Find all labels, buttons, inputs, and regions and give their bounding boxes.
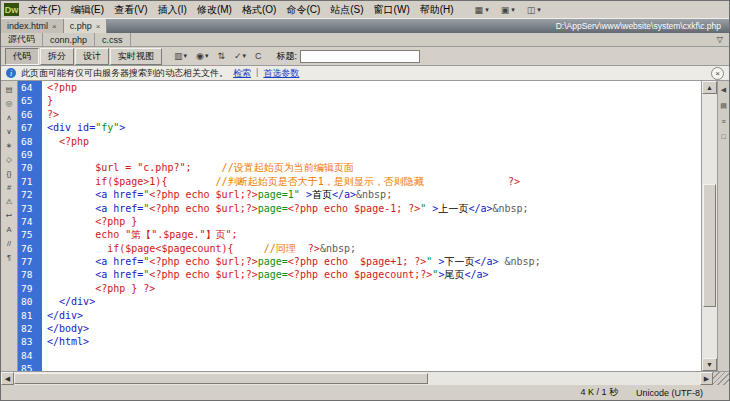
code-line[interactable]: 77 <a href="<?php echo $url;?>page=<?php… xyxy=(18,255,701,268)
vertical-scroll-thumb[interactable] xyxy=(703,184,716,307)
format-source-code-icon[interactable]: ¶ xyxy=(3,252,15,263)
code-text[interactable] xyxy=(42,362,47,371)
expand-panels-icon[interactable]: ◀ xyxy=(721,86,726,94)
code-line[interactable]: 71 if($page>1){ //判断起始页是否大于1，是则显示，否则隐藏 ?… xyxy=(18,175,701,188)
collapse-full-tag-icon[interactable]: ∧ xyxy=(3,112,15,123)
code-line[interactable]: 69 xyxy=(18,148,701,161)
code-line[interactable]: 73 <a href="<?php echo $url;?>page=<?php… xyxy=(18,202,701,215)
menu-item[interactable]: 帮助(H) xyxy=(415,2,459,18)
scroll-up-icon[interactable]: ▲ xyxy=(702,81,717,94)
code-line[interactable]: 76 if($page<$pagecount){ //同理 ?>&nbsp; xyxy=(18,242,701,255)
highlight-invalid-code-icon[interactable]: ⚠ xyxy=(3,196,15,207)
resize-grip[interactable] xyxy=(713,372,729,385)
code-line[interactable]: 78 <a href="<?php echo $url;?>page=<?php… xyxy=(18,268,701,281)
layout-grid-icon-button[interactable]: ▦▾ xyxy=(475,5,489,15)
related-file-tab[interactable]: c.css xyxy=(95,33,131,46)
code-line[interactable]: 81</div> xyxy=(18,309,701,322)
related-file-tab[interactable]: conn.php xyxy=(43,33,95,46)
close-icon[interactable]: × xyxy=(711,67,724,80)
file-management-icon-button[interactable]: ⇅ xyxy=(215,50,227,62)
code-text[interactable]: <div id="fy"> xyxy=(42,121,125,134)
code-editor[interactable]: 64<?php65}66?>67<div id="fy">68 <?php697… xyxy=(18,81,701,371)
menu-item[interactable]: 修改(M) xyxy=(192,2,237,18)
collapsed-panel-icon-2[interactable]: ≡ xyxy=(721,118,725,125)
vertical-scroll-track[interactable] xyxy=(702,94,717,358)
code-text[interactable]: <?php } xyxy=(42,215,137,228)
code-text[interactable]: <?php xyxy=(42,135,89,148)
preview-in-browser-icon-button[interactable]: ◉▾ xyxy=(194,50,210,62)
apply-comment-icon[interactable]: // xyxy=(3,238,15,249)
scroll-left-icon[interactable]: ◀ xyxy=(1,372,14,385)
menu-item[interactable]: 窗口(W) xyxy=(369,2,415,18)
code-line[interactable]: 74 <?php } xyxy=(18,215,701,228)
menu-item[interactable]: 文件(F) xyxy=(23,2,66,18)
view-mode-button[interactable]: 代码 xyxy=(5,48,39,65)
code-text[interactable]: } xyxy=(42,94,53,107)
code-line[interactable]: 83</html> xyxy=(18,335,701,348)
code-text[interactable]: </div> xyxy=(42,295,95,308)
code-text[interactable]: <a href="<?php echo $url;?>page=<?php ec… xyxy=(42,268,489,281)
multiscreen-preview-icon-button[interactable]: ▥▾ xyxy=(172,50,189,62)
code-line[interactable]: 70 $url = "c.php?"; //设置起始页为当前编辑页面 xyxy=(18,161,701,174)
code-text[interactable]: <a href="<?php echo $url;?>page=<?php ec… xyxy=(42,255,541,268)
filter-icon[interactable]: ▽ xyxy=(711,33,729,46)
scroll-right-icon[interactable]: ▶ xyxy=(700,372,713,385)
menu-item[interactable]: 插入(I) xyxy=(152,2,191,18)
document-tab[interactable]: c.php× xyxy=(64,19,108,33)
horizontal-scroll-track[interactable] xyxy=(14,372,700,385)
code-line[interactable]: 80 </div> xyxy=(18,295,701,308)
code-text[interactable]: <a href="<?php echo $url;?>page=<?php ec… xyxy=(42,202,529,215)
info-link[interactable]: 检索 xyxy=(233,67,251,80)
title-input[interactable] xyxy=(300,50,420,63)
code-text[interactable] xyxy=(42,349,47,362)
tab-close-icon[interactable]: × xyxy=(52,22,57,31)
vertical-scrollbar[interactable]: ▲ ▼ xyxy=(701,81,717,371)
menu-item[interactable]: 编辑(E) xyxy=(66,2,109,18)
menu-item[interactable]: 站点(S) xyxy=(325,2,368,18)
select-parent-tag-icon[interactable]: ◇ xyxy=(3,154,15,165)
code-text[interactable]: <?php } ?> xyxy=(42,282,155,295)
code-text[interactable]: if($page>1){ //判断起始页是否大于1，是则显示，否则隐藏 ?> xyxy=(42,175,520,188)
source-code-button[interactable]: 源代码 xyxy=(1,33,43,46)
code-text[interactable]: $url = "c.php?"; //设置起始页为当前编辑页面 xyxy=(42,161,354,174)
menu-item[interactable]: 命令(C) xyxy=(281,2,325,18)
code-line[interactable]: 66?> xyxy=(18,108,701,121)
code-line[interactable]: 67<div id="fy"> xyxy=(18,121,701,134)
word-wrap-icon[interactable]: ↩ xyxy=(3,210,15,221)
line-numbers-icon[interactable]: # xyxy=(3,182,15,193)
code-text[interactable]: ?> xyxy=(42,108,59,121)
view-mode-button[interactable]: 实时视图 xyxy=(110,48,162,65)
document-tab[interactable]: index.html× xyxy=(1,19,64,33)
code-text[interactable]: <a href="<?php echo $url;?>page=1" >首页</… xyxy=(42,188,392,201)
syntax-coloring-icon[interactable]: A xyxy=(3,224,15,235)
code-line[interactable]: 64<?php xyxy=(18,81,701,94)
tab-close-icon[interactable]: × xyxy=(96,22,101,31)
extend-icon-button[interactable]: ▣▾ xyxy=(501,5,515,15)
show-code-navigator-icon[interactable]: ◎ xyxy=(3,98,15,109)
code-line[interactable]: 72 <a href="<?php echo $url;?>page=1" >首… xyxy=(18,188,701,201)
code-line[interactable]: 85 xyxy=(18,362,701,371)
code-line[interactable]: 84 xyxy=(18,349,701,362)
w3c-validation-icon-button[interactable]: ✓▾ xyxy=(232,50,248,62)
info-link[interactable]: 首选参数 xyxy=(263,67,299,80)
code-text[interactable]: </body> xyxy=(42,322,89,335)
collapsed-panel-icon-3[interactable]: □ xyxy=(721,133,725,140)
expand-all-icon[interactable]: ∗ xyxy=(3,140,15,151)
code-text[interactable] xyxy=(42,148,47,161)
menu-item[interactable]: 格式(O) xyxy=(237,2,281,18)
code-text[interactable]: </div> xyxy=(42,309,83,322)
code-line[interactable]: 75 echo "第【".$page."】页"; xyxy=(18,228,701,241)
scroll-down-icon[interactable]: ▼ xyxy=(702,358,717,371)
view-mode-button[interactable]: 拆分 xyxy=(40,48,74,65)
collapsed-panel-icon-1[interactable]: ▤ xyxy=(720,102,727,110)
open-documents-icon[interactable]: ▤ xyxy=(3,84,15,95)
menu-item[interactable]: 查看(V) xyxy=(109,2,152,18)
code-line[interactable]: 68 <?php xyxy=(18,135,701,148)
collapse-selection-icon[interactable]: ∨ xyxy=(3,126,15,137)
code-text[interactable]: </html> xyxy=(42,335,89,348)
code-line[interactable]: 82</body> xyxy=(18,322,701,335)
code-text[interactable]: <?php xyxy=(42,81,77,94)
code-text[interactable]: echo "第【".$page."】页"; xyxy=(42,228,238,241)
code-text[interactable]: if($page<$pagecount){ //同理 ?>&nbsp; xyxy=(42,242,356,255)
horizontal-scrollbar[interactable]: ◀ ▶ xyxy=(1,371,729,385)
